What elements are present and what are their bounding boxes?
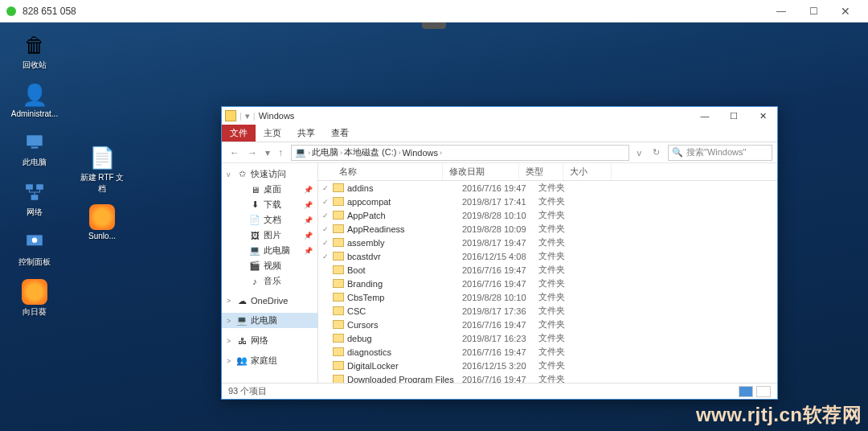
ribbon-tab-1[interactable]: 主页: [256, 125, 289, 142]
remote-toolbar-handle[interactable]: [422, 23, 446, 29]
sidebar-glyph-icon: 📄: [249, 215, 260, 226]
this-pc-icon: [22, 129, 47, 155]
sidebar-onedrive[interactable]: >☁OneDrive: [222, 293, 317, 308]
breadcrumb-segment[interactable]: 此电脑: [312, 146, 338, 158]
remote-minimize-button[interactable]: —: [765, 0, 797, 23]
nav-recent-button[interactable]: ▾: [262, 147, 273, 158]
sidebar-item-桌面[interactable]: 🖥桌面📌: [222, 182, 317, 197]
folder-icon: [333, 320, 344, 329]
breadcrumb-segment[interactable]: 本地磁盘 (C:): [344, 146, 396, 158]
refresh-button[interactable]: ↻: [649, 147, 663, 158]
sidebar-item-图片[interactable]: 🖼图片📌: [222, 228, 317, 243]
file-row[interactable]: ✓AppReadiness2019/8/28 10:09文件夹: [318, 222, 777, 236]
desktop-icon-sunlogin2[interactable]: Sunlo...: [74, 201, 130, 244]
explorer-maximize-button[interactable]: ☐: [719, 107, 748, 125]
desktop-icon-sunlogin[interactable]: 向日葵: [6, 276, 63, 321]
folder-icon: [333, 361, 344, 370]
sidebar-item-此电脑[interactable]: 💻此电脑📌: [222, 243, 317, 258]
file-row[interactable]: ✓AppPatch2019/8/28 10:10文件夹: [318, 208, 777, 222]
file-date: 2019/8/17 19:47: [456, 238, 532, 248]
col-name[interactable]: 名称: [318, 163, 443, 180]
desktop-icon-network[interactable]: 网络: [6, 176, 63, 221]
ribbon-tab-3[interactable]: 查看: [323, 125, 357, 142]
desktop-icon-this-pc[interactable]: 此电脑: [6, 126, 63, 171]
sidebar-this-pc[interactable]: >💻此电脑: [222, 313, 317, 328]
administrator-icon: 👤: [22, 82, 47, 108]
sidebar-item-下载[interactable]: ⬇下载📌: [222, 197, 317, 212]
file-row[interactable]: ✓appcompat2019/8/17 17:41文件夹: [318, 195, 777, 208]
file-type: 文件夹: [532, 223, 576, 235]
sidebar-item-文档[interactable]: 📄文档📌: [222, 212, 317, 228]
pin-indicator: ✓: [318, 239, 333, 247]
ribbon-tab-0[interactable]: 文件: [222, 125, 256, 142]
pin-icon: 📌: [304, 186, 313, 194]
file-row[interactable]: Boot2016/7/16 19:47文件夹: [318, 263, 777, 277]
qat-icon[interactable]: ▾: [245, 111, 250, 121]
view-switch: [739, 386, 771, 397]
remote-desktop[interactable]: 🗑回收站👤Administrat...此电脑网络控制面板向日葵 📄新建 RTF …: [0, 23, 868, 431]
sidebar-item-label: 此电脑: [251, 314, 277, 326]
desktop-icon-recycle-bin[interactable]: 🗑回收站: [6, 29, 63, 74]
explorer-titlebar[interactable]: | ▾ | Windows — ☐ ✕: [222, 107, 777, 125]
sidebar-item-label: 快速访问: [251, 168, 286, 180]
file-row[interactable]: debug2019/8/17 16:23文件夹: [318, 331, 777, 345]
recycle-bin-icon: 🗑: [22, 32, 47, 58]
file-row[interactable]: Downloaded Program Files2016/7/16 19:47文…: [318, 372, 777, 383]
view-details-button[interactable]: [739, 386, 753, 397]
explorer-window: | ▾ | Windows — ☐ ✕ 文件主页共享查看 ← → ▾ ↑: [221, 106, 778, 400]
sidebar-network[interactable]: >🖧网络: [222, 333, 317, 348]
nav-up-button[interactable]: ↑: [275, 147, 286, 158]
explorer-minimize-button[interactable]: —: [690, 107, 719, 125]
desktop-icon-label: Administrat...: [11, 109, 58, 118]
file-type: 文件夹: [532, 291, 576, 303]
address-breadcrumb[interactable]: 💻›此电脑›本地磁盘 (C:)›Windows›: [291, 145, 629, 161]
breadcrumb-segment[interactable]: Windows: [402, 148, 438, 158]
sidebar-item-label: 音乐: [264, 275, 281, 287]
nav-back-button[interactable]: ←: [227, 147, 243, 158]
file-row[interactable]: ✓addins2016/7/16 19:47文件夹: [318, 181, 777, 195]
chevron-right-icon: ›: [440, 149, 442, 157]
file-row[interactable]: ✓assembly2019/8/17 19:47文件夹: [318, 236, 777, 249]
file-row[interactable]: CSC2019/8/17 17:36文件夹: [318, 304, 777, 318]
remote-maximize-button[interactable]: ☐: [797, 0, 829, 23]
sidebar-item-音乐[interactable]: ♪音乐: [222, 273, 317, 289]
folder-icon: [333, 375, 344, 383]
nav-forward-button[interactable]: →: [244, 147, 260, 158]
file-row[interactable]: Branding2016/7/16 19:47文件夹: [318, 277, 777, 290]
desktop-icon-new-rtf[interactable]: 📄新建 RTF 文档: [74, 142, 130, 196]
file-row[interactable]: diagnostics2016/7/16 19:47文件夹: [318, 345, 777, 359]
desktop-icon-administrator[interactable]: 👤Administrat...: [6, 79, 63, 121]
view-large-button[interactable]: [756, 386, 771, 397]
file-date: 2016/7/16 19:47: [456, 375, 532, 384]
sidebar-homegroup[interactable]: >👥家庭组: [222, 353, 317, 368]
pin-indicator: ✓: [318, 225, 333, 233]
col-date[interactable]: 修改日期: [443, 163, 519, 180]
desktop-icon-label: 网络: [27, 207, 43, 218]
chevron-icon: v: [227, 170, 233, 179]
breadcrumb-dropdown-button[interactable]: v: [634, 148, 645, 158]
desktop-icon-control-panel[interactable]: 控制面板: [6, 226, 63, 271]
folder-icon: [333, 224, 344, 233]
explorer-search-input[interactable]: 🔍 搜索"Windows": [668, 145, 772, 161]
chevron-right-icon: ›: [398, 149, 400, 157]
remote-close-button[interactable]: ✕: [829, 0, 862, 23]
col-size[interactable]: 大小: [563, 163, 612, 180]
file-row[interactable]: DigitalLocker2016/12/15 3:20文件夹: [318, 359, 777, 372]
file-row[interactable]: Cursors2016/7/16 19:47文件夹: [318, 318, 777, 331]
file-row[interactable]: ✓bcastdvr2016/12/15 4:08文件夹: [318, 249, 777, 263]
ribbon-tab-2[interactable]: 共享: [289, 125, 323, 142]
sidebar-item-视频[interactable]: 🎬视频: [222, 258, 317, 273]
pin-icon: 📌: [304, 247, 313, 255]
svg-rect-0: [27, 135, 43, 146]
file-type: 文件夹: [532, 346, 576, 358]
folder-icon: [333, 306, 344, 315]
folder-icon: [333, 265, 344, 274]
col-type[interactable]: 类型: [519, 163, 563, 180]
file-row[interactable]: CbsTemp2019/8/28 10:10文件夹: [318, 290, 777, 304]
sidebar-quick-access[interactable]: v✩快速访问: [222, 166, 317, 182]
explorer-close-button[interactable]: ✕: [748, 107, 777, 125]
file-name: Downloaded Program Files: [347, 375, 456, 384]
qat-sep2: |: [253, 111, 256, 121]
file-name: appcompat: [347, 197, 456, 207]
file-name: CbsTemp: [347, 293, 456, 302]
